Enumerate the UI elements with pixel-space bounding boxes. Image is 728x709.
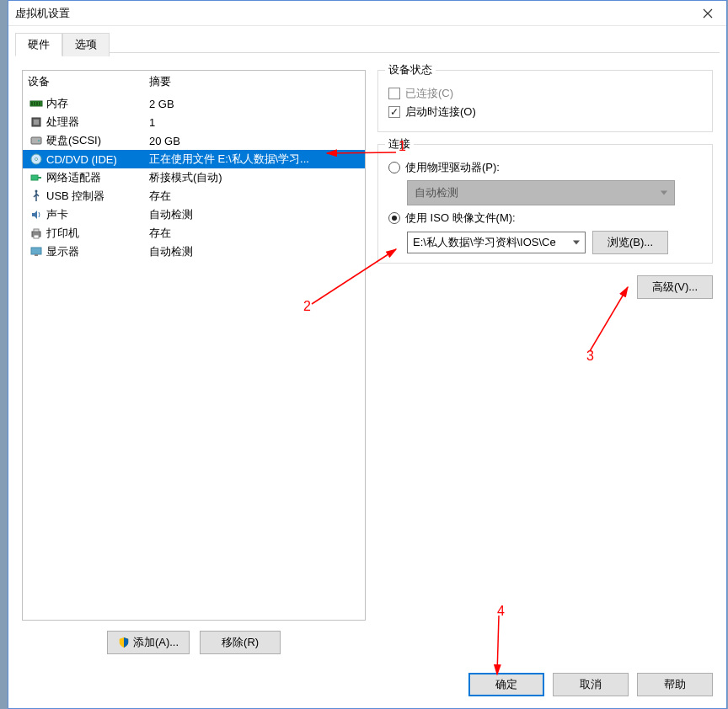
svg-rect-4: [39, 102, 40, 105]
close-button[interactable]: [688, 1, 726, 25]
content-area: 设备 摘要 内存 2 GB 处理器 1 硬盘(SCSI) 20 GB: [8, 56, 726, 668]
sound-icon: [29, 208, 43, 221]
row-cddvd-summary: 正在使用文件 E:\私人数据\学习...: [149, 152, 365, 167]
tab-hardware[interactable]: 硬件: [15, 33, 62, 56]
svg-point-10: [35, 158, 38, 161]
svg-point-13: [35, 190, 38, 193]
tabs: 硬件 选项: [15, 33, 726, 56]
row-sound-label: 声卡: [45, 207, 149, 222]
memory-icon: [29, 97, 43, 110]
connection-group: 连接 使用物理驱动器(P): 自动检测 使用 ISO 映像文件(M): E:\私…: [377, 144, 713, 264]
remove-hardware-button[interactable]: 移除(R): [200, 631, 281, 654]
titlebar: 虚拟机设置: [8, 1, 726, 26]
row-usb-label: USB 控制器: [45, 189, 149, 204]
svg-rect-18: [35, 254, 38, 256]
use-physical-row[interactable]: 使用物理驱动器(P):: [388, 160, 702, 175]
shield-icon: [118, 637, 130, 648]
nic-icon: [29, 171, 43, 184]
printer-icon: [29, 227, 43, 240]
use-iso-row[interactable]: 使用 ISO 映像文件(M):: [388, 211, 702, 226]
row-nic-summary: 桥接模式(自动): [149, 170, 365, 185]
hardware-list[interactable]: 设备 摘要 内存 2 GB 处理器 1 硬盘(SCSI) 20 GB: [22, 70, 366, 621]
ok-button[interactable]: 确定: [468, 673, 544, 696]
left-column: 设备 摘要 内存 2 GB 处理器 1 硬盘(SCSI) 20 GB: [22, 70, 366, 654]
row-usb[interactable]: USB 控制器 存在: [23, 187, 365, 205]
svg-point-8: [38, 140, 40, 141]
row-cpu[interactable]: 处理器 1: [23, 113, 365, 131]
use-physical-label: 使用物理驱动器(P):: [405, 160, 500, 175]
row-display-summary: 自动检测: [149, 244, 365, 259]
add-button-label: 添加(A)...: [133, 635, 179, 650]
svg-rect-11: [31, 175, 38, 180]
list-header: 设备 摘要: [23, 71, 365, 94]
row-cddvd-label: CD/DVD (IDE): [45, 153, 149, 166]
connected-row[interactable]: 已连接(C): [388, 86, 702, 101]
dialog-footer: 确定 取消 帮助: [468, 673, 713, 696]
row-cpu-label: 处理器: [45, 115, 149, 130]
connect-on-power-checkbox[interactable]: [388, 106, 400, 118]
list-buttons: 添加(A)... 移除(R): [22, 631, 366, 654]
usb-icon: [29, 189, 43, 203]
svg-rect-17: [31, 248, 41, 254]
svg-rect-15: [34, 229, 39, 232]
cddvd-icon: [29, 152, 43, 166]
connect-on-power-row[interactable]: 启动时连接(O): [388, 104, 702, 120]
row-nic[interactable]: 网络适配器 桥接模式(自动): [23, 168, 365, 187]
physical-drive-dropdown: 自动检测: [407, 180, 675, 205]
header-device: 设备: [28, 74, 149, 89]
close-icon: [703, 8, 713, 19]
device-state-group: 设备状态 已连接(C) 启动时连接(O): [377, 70, 713, 132]
row-usb-summary: 存在: [149, 189, 365, 204]
svg-rect-1: [31, 102, 33, 105]
connected-checkbox[interactable]: [388, 88, 400, 99]
svg-rect-7: [31, 137, 41, 144]
use-physical-radio[interactable]: [388, 162, 400, 173]
connect-on-power-label: 启动时连接(O): [405, 104, 476, 120]
help-button[interactable]: 帮助: [637, 673, 713, 696]
tab-options[interactable]: 选项: [62, 33, 110, 56]
row-printer[interactable]: 打印机 存在: [23, 224, 365, 243]
hdd-icon: [29, 134, 43, 147]
iso-path-combo[interactable]: E:\私人数据\学习资料\IOS\Ce: [407, 232, 586, 253]
advanced-button[interactable]: 高级(V)...: [637, 275, 713, 299]
browse-button[interactable]: 浏览(B)...: [592, 231, 668, 254]
row-cddvd[interactable]: CD/DVD (IDE) 正在使用文件 E:\私人数据\学习...: [23, 150, 365, 168]
right-column: 设备状态 已连接(C) 启动时连接(O) 连接 使用物理驱动器(P): 自动检测: [377, 70, 713, 654]
row-sound[interactable]: 声卡 自动检测: [23, 205, 365, 224]
cancel-button[interactable]: 取消: [553, 673, 629, 696]
svg-rect-2: [34, 102, 35, 105]
connection-legend: 连接: [385, 136, 414, 152]
svg-rect-3: [36, 102, 38, 105]
vm-settings-window: 虚拟机设置 硬件 选项 设备 摘要 内存 2 GB 处理: [8, 0, 727, 709]
advanced-row: 高级(V)...: [377, 275, 713, 299]
row-hdd-label: 硬盘(SCSI): [45, 133, 149, 148]
header-summary: 摘要: [149, 74, 365, 89]
svg-rect-12: [38, 177, 41, 179]
device-state-legend: 设备状态: [385, 62, 436, 77]
row-cpu-summary: 1: [149, 116, 365, 129]
row-printer-summary: 存在: [149, 226, 365, 241]
iso-row: E:\私人数据\学习资料\IOS\Ce 浏览(B)...: [407, 231, 702, 254]
row-nic-label: 网络适配器: [45, 170, 149, 185]
svg-rect-16: [34, 235, 39, 238]
display-icon: [29, 245, 43, 259]
row-memory[interactable]: 内存 2 GB: [23, 94, 365, 113]
window-title: 虚拟机设置: [15, 6, 70, 21]
row-display-label: 显示器: [45, 244, 149, 259]
row-hdd[interactable]: 硬盘(SCSI) 20 GB: [23, 131, 365, 150]
row-sound-summary: 自动检测: [149, 207, 365, 222]
cpu-icon: [29, 115, 43, 129]
row-hdd-summary: 20 GB: [149, 135, 365, 147]
svg-rect-6: [34, 120, 39, 125]
add-hardware-button[interactable]: 添加(A)...: [107, 631, 190, 654]
row-printer-label: 打印机: [45, 226, 149, 241]
connected-label: 已连接(C): [405, 86, 453, 101]
use-iso-radio[interactable]: [388, 212, 400, 224]
row-memory-summary: 2 GB: [149, 98, 365, 110]
row-display[interactable]: 显示器 自动检测: [23, 243, 365, 261]
use-iso-label: 使用 ISO 映像文件(M):: [405, 211, 516, 226]
row-memory-label: 内存: [45, 96, 149, 111]
